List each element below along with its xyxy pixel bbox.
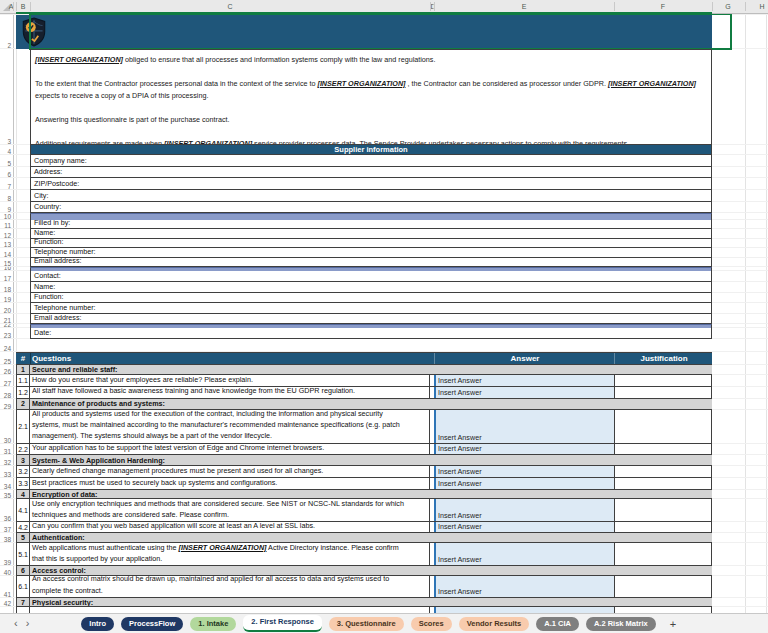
answer-cell[interactable]: Insert Answer (434, 387, 614, 398)
row-header[interactable]: 2 (0, 15, 13, 49)
row-header[interactable]: 26 (0, 365, 13, 375)
prev-sheet-arrow-icon[interactable]: ‹ (14, 618, 18, 629)
row-header[interactable]: 9 (0, 202, 13, 214)
row-header[interactable]: 35 (0, 490, 13, 500)
row-header[interactable]: 33 (0, 466, 13, 478)
supplier-field-row[interactable]: Telephone number: (30, 248, 712, 258)
justification-cell[interactable] (614, 466, 712, 477)
column-header-c[interactable]: C (227, 0, 232, 13)
row-header[interactable]: 8 (0, 190, 13, 202)
justification-cell[interactable] (614, 444, 712, 455)
supplier-field-row[interactable]: Telephone number: (30, 303, 712, 314)
question-number-cell[interactable]: 6.1 (16, 576, 30, 597)
question-text-cell[interactable]: Clearly defined change management proced… (30, 466, 430, 477)
question-number-cell[interactable]: 1.2 (16, 387, 30, 398)
supplier-field-row[interactable]: Name: (30, 282, 712, 293)
row-header[interactable]: 42 (0, 598, 13, 608)
row-header[interactable]: 5 (0, 155, 13, 167)
section-row[interactable]: 3System- & Web Application Hardening: (16, 455, 712, 466)
row-header[interactable]: 14 (0, 248, 13, 258)
column-header-f[interactable]: F (661, 0, 665, 13)
intro-text-cell[interactable]: [INSERT ORGANIZATION] obliged to ensure … (30, 49, 712, 146)
section-row[interactable]: 7Physical security: (16, 598, 712, 608)
supplier-field-row[interactable]: Date: (30, 328, 712, 339)
section-row[interactable]: 4Encryption of data: (16, 490, 712, 500)
supplier-field-row[interactable]: ZIP/Postcode: (30, 178, 712, 190)
section-row[interactable]: 5Authentication: (16, 533, 712, 544)
sheet-tab-a-1-cia[interactable]: A.1 CIA (536, 617, 579, 631)
question-number-cell[interactable]: 1.1 (16, 375, 30, 386)
sheet-tab-scores[interactable]: Scores (411, 617, 452, 631)
row-header[interactable]: 31 (0, 444, 13, 456)
row-header[interactable]: 36 (0, 499, 13, 522)
sheet-tab-3-questionnaire[interactable]: 3. Questionnaire (329, 617, 404, 631)
question-text-cell[interactable]: Your application has to be support the l… (30, 444, 430, 455)
column-header-h[interactable]: H (759, 0, 764, 13)
supplier-field-row[interactable]: Function: (30, 293, 712, 304)
question-number-cell[interactable]: 2.1 (16, 410, 30, 443)
sheet-tab-1-intake[interactable]: 1. Intake (190, 617, 236, 631)
justification-cell[interactable] (614, 543, 712, 565)
row-header[interactable]: 4 (0, 145, 13, 155)
row-header[interactable]: 12 (0, 229, 13, 239)
question-number-cell[interactable]: 3.3 (16, 478, 30, 489)
sheet-tab-vendor-results[interactable]: Vendor Results (459, 617, 530, 631)
row-header[interactable]: 15 (0, 258, 13, 268)
justification-cell[interactable] (614, 522, 712, 532)
question-text-cell[interactable]: Can you confirm that you web based appli… (30, 522, 430, 532)
answer-cell[interactable]: Insert Answer (434, 499, 614, 521)
question-text-cell[interactable]: An access control matrix should be drawn… (30, 576, 430, 597)
row-header[interactable]: 40 (0, 566, 13, 576)
sheet-tab-intro[interactable]: Intro (81, 617, 114, 631)
row-header[interactable]: 6 (0, 167, 13, 179)
answer-cell[interactable]: Insert Answer (434, 466, 614, 477)
question-number-cell[interactable]: 5.1 (16, 543, 30, 565)
sheet-tab-2-first-response[interactable]: 2. First Response (243, 615, 322, 632)
justification-cell[interactable] (614, 375, 712, 386)
answer-cell[interactable]: Insert Answer (434, 576, 614, 597)
row-header[interactable]: 38 (0, 533, 13, 544)
column-header-g[interactable]: G (725, 0, 730, 13)
answer-cell[interactable]: Insert Answer (434, 543, 614, 565)
section-row[interactable]: 1Secure and reliable staff: (16, 365, 712, 375)
row-header[interactable]: 21 (0, 314, 13, 325)
row-header[interactable]: 29 (0, 399, 13, 410)
answer-cell[interactable]: Insert Answer (434, 444, 614, 455)
answer-cell[interactable]: Insert Answer (434, 410, 614, 443)
supplier-field-row[interactable]: Email address: (30, 258, 712, 268)
row-header[interactable]: 18 (0, 282, 13, 293)
question-text-cell[interactable]: All products and systems used for the ex… (30, 410, 430, 443)
row-header[interactable]: 34 (0, 478, 13, 490)
justification-cell[interactable] (614, 576, 712, 597)
question-number-cell[interactable]: 2.2 (16, 444, 30, 455)
supplier-field-row[interactable]: Address: (30, 167, 712, 179)
question-text-cell[interactable]: Best practices must be used to securely … (30, 478, 430, 489)
supplier-field-row[interactable]: Function: (30, 239, 712, 249)
question-text-cell[interactable]: All staff have followed a basic awarenes… (30, 387, 430, 398)
answer-cell[interactable]: Insert Answer (434, 522, 614, 532)
row-header[interactable]: 3 (0, 49, 13, 146)
row-header[interactable]: 32 (0, 455, 13, 466)
row-header[interactable]: 41 (0, 576, 13, 598)
supplier-field-row[interactable]: City: (30, 190, 712, 202)
justification-cell[interactable] (614, 410, 712, 443)
row-header[interactable]: 25 (0, 352, 13, 366)
row-header[interactable]: 24 (0, 339, 13, 352)
question-text-cell[interactable]: Use only encryption techniques and metho… (30, 499, 430, 521)
add-sheet-button[interactable]: + (670, 618, 676, 630)
supplier-field-row[interactable]: Name: (30, 229, 712, 239)
row-header[interactable]: 7 (0, 178, 13, 190)
row-header[interactable]: 19 (0, 293, 13, 304)
row-header[interactable]: 39 (0, 543, 13, 566)
supplier-field-row[interactable]: Company name: (30, 155, 712, 167)
row-header[interactable]: 20 (0, 303, 13, 314)
question-text-cell[interactable]: Web applications must authenticate using… (30, 543, 430, 565)
row-header[interactable]: 23 (0, 328, 13, 339)
question-number-cell[interactable]: 4.1 (16, 499, 30, 521)
question-number-cell[interactable]: 3.2 (16, 466, 30, 477)
question-number-cell[interactable]: 4.2 (16, 522, 30, 532)
justification-cell[interactable] (614, 478, 712, 489)
answer-cell[interactable]: Insert Answer (434, 478, 614, 489)
row-header[interactable]: 17 (0, 271, 13, 282)
section-row[interactable]: 2Maintenance of products and systems: (16, 399, 712, 410)
